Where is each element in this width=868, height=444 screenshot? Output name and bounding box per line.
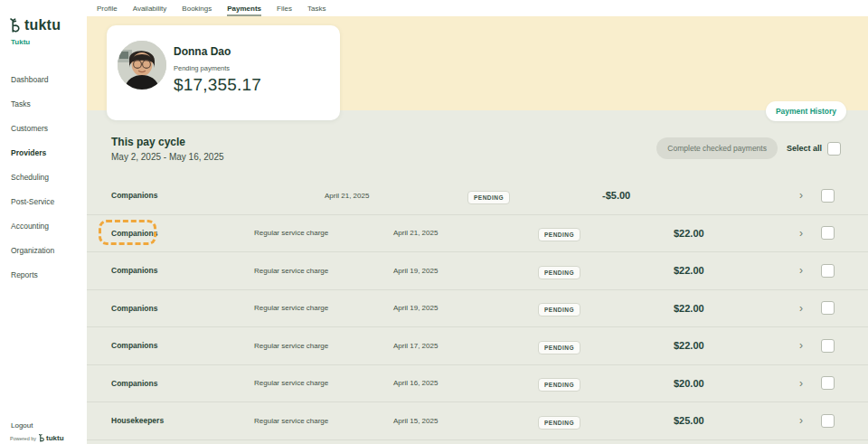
status-badge: PENDING bbox=[538, 303, 580, 316]
pay-cycle-section: This pay cycle May 2, 2025 - May 16, 202… bbox=[87, 110, 868, 444]
row-checkbox[interactable] bbox=[821, 189, 835, 203]
row-category: Companions bbox=[111, 304, 254, 313]
row-date: April 17, 2025 bbox=[393, 342, 538, 350]
row-service-type: Regular service charge bbox=[254, 229, 393, 237]
sidebar-item-providers[interactable]: Providers bbox=[11, 141, 54, 165]
row-service-type: Regular service charge bbox=[254, 379, 393, 387]
status-badge: PENDING bbox=[538, 341, 580, 354]
pay-cycle-titles: This pay cycle May 2, 2025 - May 16, 202… bbox=[111, 136, 224, 162]
brand-logo-text: tuktu bbox=[24, 17, 61, 33]
sidebar: tuktu Tuktu DashboardTasksCustomersProvi… bbox=[0, 0, 87, 444]
logout-button[interactable]: Logout bbox=[11, 421, 33, 430]
row-category: Companions bbox=[111, 379, 254, 388]
row-service-type: Regular service charge bbox=[254, 304, 393, 312]
row-date: April 16, 2025 bbox=[393, 379, 538, 387]
powered-by: Powered by tuktu bbox=[10, 434, 64, 442]
tab-bar: ProfileAvailabilityBookingsPaymentsFiles… bbox=[87, 0, 868, 16]
tab-bookings[interactable]: Bookings bbox=[182, 0, 212, 16]
chevron-right-icon[interactable]: › bbox=[799, 265, 821, 276]
sidebar-item-customers[interactable]: Customers bbox=[11, 117, 54, 141]
row-checkbox[interactable] bbox=[821, 226, 835, 240]
row-date: April 21, 2025 bbox=[325, 192, 467, 200]
status-badge: PENDING bbox=[467, 191, 510, 204]
tab-profile[interactable]: Profile bbox=[97, 0, 118, 16]
row-category: Companions bbox=[111, 229, 254, 238]
avatar bbox=[118, 41, 166, 90]
sidebar-item-reports[interactable]: Reports bbox=[11, 263, 54, 288]
sidebar-home-link[interactable]: Tuktu bbox=[11, 38, 30, 46]
provider-name: Donna Dao bbox=[174, 45, 261, 58]
tab-files[interactable]: Files bbox=[277, 0, 292, 16]
row-category: Companions bbox=[111, 266, 254, 275]
row-service-type: Regular service charge bbox=[254, 417, 393, 425]
table-row[interactable]: CompanionsRegular service chargeApril 19… bbox=[87, 290, 868, 328]
row-checkbox[interactable] bbox=[821, 264, 835, 278]
row-service-type: Regular service charge bbox=[254, 267, 393, 275]
table-row[interactable]: HousekeepersRegular service chargeApril … bbox=[87, 402, 868, 440]
sidebar-item-scheduling[interactable]: Scheduling bbox=[11, 165, 54, 190]
powered-by-label: Powered by bbox=[10, 436, 36, 441]
row-status-cell: PENDING bbox=[467, 187, 602, 204]
row-date: April 15, 2025 bbox=[393, 417, 538, 425]
status-badge: PENDING bbox=[538, 228, 580, 241]
sidebar-nav: DashboardTasksCustomersProvidersScheduli… bbox=[11, 68, 54, 288]
select-all-label: Select all bbox=[787, 144, 822, 153]
row-status-cell: PENDING bbox=[538, 299, 674, 316]
sidebar-item-tasks[interactable]: Tasks bbox=[11, 92, 54, 117]
chevron-right-icon[interactable]: › bbox=[799, 228, 821, 239]
tab-payments[interactable]: Payments bbox=[227, 0, 261, 16]
table-row[interactable]: CompanionsRegular service chargeApril 16… bbox=[87, 365, 868, 403]
tuktu-caribou-icon-small bbox=[39, 434, 45, 442]
tab-tasks[interactable]: Tasks bbox=[307, 0, 326, 16]
row-amount: $22.00 bbox=[674, 340, 799, 351]
payment-history-button[interactable]: Payment History bbox=[766, 101, 846, 121]
provider-profile-card: Donna Dao Pending payments $17,355.17 bbox=[107, 25, 340, 120]
status-badge: PENDING bbox=[538, 266, 580, 279]
sidebar-item-dashboard[interactable]: Dashboard bbox=[11, 68, 54, 92]
row-amount: $22.00 bbox=[674, 265, 799, 276]
sidebar-item-accounting[interactable]: Accounting bbox=[11, 214, 54, 239]
brand-logo: tuktu bbox=[10, 17, 61, 33]
status-badge: PENDING bbox=[538, 416, 580, 430]
row-category: Housekeepers bbox=[111, 416, 254, 425]
row-status-cell: PENDING bbox=[538, 262, 674, 279]
select-all-checkbox[interactable] bbox=[827, 142, 841, 156]
powered-by-brand-text: tuktu bbox=[46, 434, 64, 442]
row-date: April 21, 2025 bbox=[393, 229, 538, 237]
chevron-right-icon[interactable]: › bbox=[799, 340, 821, 351]
chevron-right-icon[interactable]: › bbox=[799, 303, 821, 314]
tuktu-caribou-icon bbox=[10, 18, 22, 33]
chevron-right-icon[interactable]: › bbox=[799, 190, 821, 201]
pay-cycle-date-range: May 2, 2025 - May 16, 2025 bbox=[111, 152, 224, 162]
row-checkbox[interactable] bbox=[821, 301, 835, 315]
row-checkbox[interactable] bbox=[821, 414, 835, 428]
row-status-cell: PENDING bbox=[538, 412, 674, 430]
sidebar-item-post-service[interactable]: Post-Service bbox=[11, 190, 54, 214]
table-row[interactable]: CompanionsRegular service chargeApril 19… bbox=[87, 252, 868, 290]
table-row[interactable]: CompanionsApril 21, 2025PENDING-$5.00› bbox=[87, 177, 868, 215]
row-date: April 19, 2025 bbox=[393, 267, 538, 275]
complete-checked-payments-button[interactable]: Complete checked payments bbox=[656, 137, 778, 159]
row-date: April 19, 2025 bbox=[393, 304, 538, 312]
row-amount: $25.00 bbox=[674, 415, 799, 426]
table-row[interactable]: CompanionsRegular service chargeApril 17… bbox=[87, 327, 868, 365]
payments-table: CompanionsApril 21, 2025PENDING-$5.00›Co… bbox=[87, 177, 868, 440]
pay-cycle-title: This pay cycle bbox=[111, 136, 224, 148]
main-panel: ProfileAvailabilityBookingsPaymentsFiles… bbox=[87, 0, 868, 444]
chevron-right-icon[interactable]: › bbox=[799, 415, 821, 426]
status-badge: PENDING bbox=[538, 378, 580, 392]
profile-info: Donna Dao Pending payments $17,355.17 bbox=[174, 45, 261, 95]
row-amount: $22.00 bbox=[674, 303, 799, 314]
row-checkbox[interactable] bbox=[821, 376, 835, 390]
table-row[interactable]: CompanionsRegular service chargeApril 21… bbox=[87, 215, 868, 253]
tab-availability[interactable]: Availability bbox=[133, 0, 167, 16]
row-service-type: Regular service charge bbox=[254, 342, 393, 350]
chevron-right-icon[interactable]: › bbox=[799, 378, 821, 389]
row-status-cell: PENDING bbox=[538, 337, 674, 354]
row-amount: $20.00 bbox=[674, 378, 799, 389]
row-amount: -$5.00 bbox=[602, 190, 799, 201]
sidebar-item-organization[interactable]: Organization bbox=[11, 239, 54, 263]
row-category: Companions bbox=[111, 341, 254, 350]
row-category: Companions bbox=[111, 191, 325, 200]
row-checkbox[interactable] bbox=[821, 339, 835, 353]
